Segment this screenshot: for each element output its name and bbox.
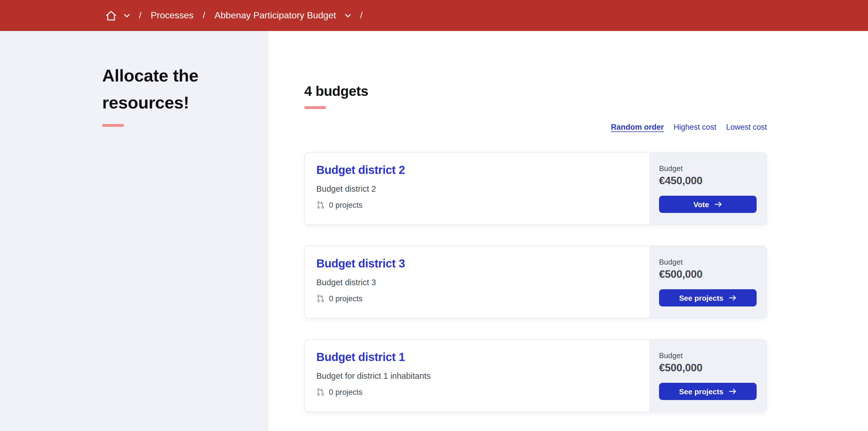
budget-label: Budget [659, 258, 756, 266]
title-underline-accent [102, 124, 124, 127]
chevron-down-icon[interactable] [124, 13, 130, 18]
chevron-down-icon[interactable] [345, 13, 351, 18]
budget-card-title-link[interactable]: Budget district 1 [316, 351, 405, 364]
breadcrumb-separator: / [360, 10, 363, 21]
budget-card-body: Budget district 1 Budget for district 1 … [305, 340, 649, 411]
budget-amount: €450,000 [659, 175, 756, 187]
sort-highest-cost-link[interactable]: Highest cost [674, 123, 716, 131]
see-projects-button-label: See projects [679, 387, 724, 396]
vote-button[interactable]: Vote [659, 196, 756, 213]
arrow-right-icon [714, 201, 722, 208]
budget-card-title-link[interactable]: Budget district 3 [316, 257, 405, 270]
budget-card-title-link[interactable]: Budget district 2 [316, 163, 405, 177]
breadcrumb-link-current-process[interactable]: Abbenay Participatory Budget [214, 10, 336, 21]
sort-options: Random order Highest cost Lowest cost [304, 122, 767, 132]
budget-label: Budget [659, 351, 756, 360]
budget-summary-panel: Budget €500,000 See projects [649, 246, 766, 318]
projects-count-row: 0 projects [316, 200, 638, 210]
breadcrumb-separator: / [203, 10, 205, 21]
see-projects-button-label: See projects [679, 294, 724, 302]
projects-count-row: 0 projects [316, 294, 638, 303]
budget-card-subtitle: Budget district 3 [316, 278, 638, 287]
projects-count-row: 0 projects [316, 388, 638, 397]
projects-count-label: 0 projects [329, 388, 363, 396]
budget-label: Budget [659, 164, 756, 173]
heading-underline-accent [304, 106, 326, 109]
git-pull-request-icon [316, 200, 325, 210]
content-layout: Allocate the resources! 4 budgets Random… [0, 31, 868, 431]
budget-card: Budget district 1 Budget for district 1 … [304, 339, 767, 412]
breadcrumb-link-processes[interactable]: Processes [151, 10, 193, 21]
projects-count-label: 0 projects [329, 201, 363, 209]
budgets-count-heading: 4 budgets [304, 83, 767, 99]
main-content: 4 budgets Random order Highest cost Lowe… [269, 31, 868, 431]
top-navigation-bar: / Processes / Abbenay Participatory Budg… [0, 0, 868, 31]
vote-button-label: Vote [693, 200, 709, 209]
page: / Processes / Abbenay Participatory Budg… [0, 0, 868, 431]
budget-card-subtitle: Budget for district 1 inhabitants [316, 371, 638, 380]
budget-card: Budget district 3 Budget district 3 0 pr [304, 246, 767, 318]
budget-card-subtitle: Budget district 2 [316, 184, 638, 193]
budget-amount: €500,000 [659, 362, 756, 374]
see-projects-button[interactable]: See projects [659, 383, 756, 400]
breadcrumb-separator: / [139, 10, 142, 21]
budget-summary-panel: Budget €500,000 See projects [649, 340, 766, 411]
page-title: Allocate the resources! [102, 62, 224, 116]
git-pull-request-icon [316, 388, 325, 397]
budget-card: Budget district 2 Budget district 2 0 pr [304, 152, 767, 225]
sidebar: Allocate the resources! [0, 31, 269, 431]
git-pull-request-icon [316, 294, 325, 303]
budget-card-list: Budget district 2 Budget district 2 0 pr [304, 152, 767, 412]
sort-lowest-cost-link[interactable]: Lowest cost [726, 123, 767, 131]
sort-random-order-link[interactable]: Random order [611, 123, 664, 131]
projects-count-label: 0 projects [329, 294, 363, 303]
budget-card-body: Budget district 2 Budget district 2 0 pr [305, 153, 649, 224]
budget-card-body: Budget district 3 Budget district 3 0 pr [305, 246, 649, 318]
breadcrumb: / Processes / Abbenay Participatory Budg… [105, 9, 372, 22]
home-icon[interactable] [105, 9, 117, 22]
arrow-right-icon [728, 295, 737, 301]
arrow-right-icon [728, 388, 737, 395]
budget-summary-panel: Budget €450,000 Vote [649, 153, 766, 224]
budget-amount: €500,000 [659, 268, 756, 281]
see-projects-button[interactable]: See projects [659, 289, 756, 306]
